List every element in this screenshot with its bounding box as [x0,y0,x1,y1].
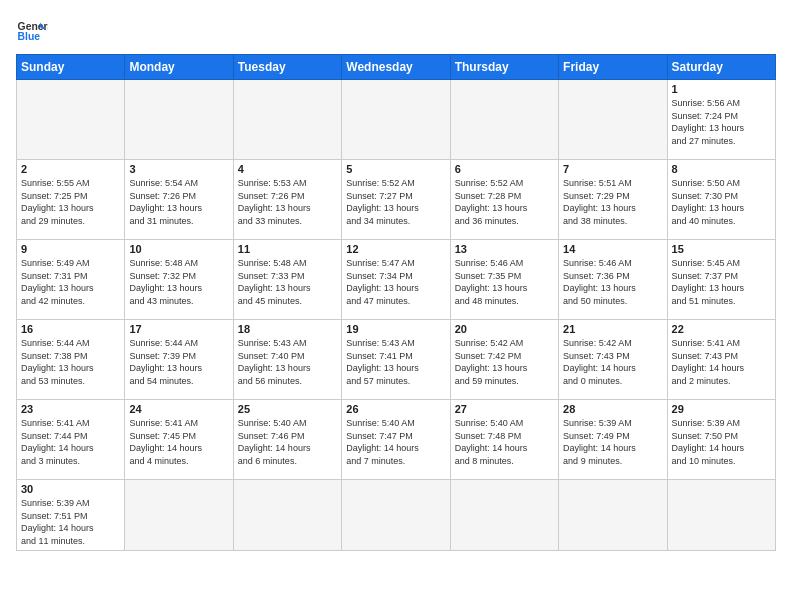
calendar-cell: 11Sunrise: 5:48 AM Sunset: 7:33 PM Dayli… [233,240,341,320]
calendar-cell: 18Sunrise: 5:43 AM Sunset: 7:40 PM Dayli… [233,320,341,400]
calendar-cell: 16Sunrise: 5:44 AM Sunset: 7:38 PM Dayli… [17,320,125,400]
calendar-cell: 27Sunrise: 5:40 AM Sunset: 7:48 PM Dayli… [450,400,558,480]
day-info: Sunrise: 5:41 AM Sunset: 7:45 PM Dayligh… [129,417,228,467]
day-info: Sunrise: 5:44 AM Sunset: 7:38 PM Dayligh… [21,337,120,387]
calendar-week-6: 30Sunrise: 5:39 AM Sunset: 7:51 PM Dayli… [17,480,776,551]
day-number: 13 [455,243,554,255]
day-number: 14 [563,243,662,255]
day-info: Sunrise: 5:41 AM Sunset: 7:44 PM Dayligh… [21,417,120,467]
calendar-cell [233,480,341,551]
calendar-cell: 28Sunrise: 5:39 AM Sunset: 7:49 PM Dayli… [559,400,667,480]
weekday-header-thursday: Thursday [450,55,558,80]
calendar-table: SundayMondayTuesdayWednesdayThursdayFrid… [16,54,776,551]
day-info: Sunrise: 5:47 AM Sunset: 7:34 PM Dayligh… [346,257,445,307]
page-header: General Blue [16,16,776,48]
day-number: 23 [21,403,120,415]
calendar-cell: 9Sunrise: 5:49 AM Sunset: 7:31 PM Daylig… [17,240,125,320]
calendar-cell: 24Sunrise: 5:41 AM Sunset: 7:45 PM Dayli… [125,400,233,480]
day-info: Sunrise: 5:40 AM Sunset: 7:46 PM Dayligh… [238,417,337,467]
day-info: Sunrise: 5:46 AM Sunset: 7:36 PM Dayligh… [563,257,662,307]
day-number: 9 [21,243,120,255]
day-number: 27 [455,403,554,415]
calendar-cell: 4Sunrise: 5:53 AM Sunset: 7:26 PM Daylig… [233,160,341,240]
calendar-week-1: 1Sunrise: 5:56 AM Sunset: 7:24 PM Daylig… [17,80,776,160]
calendar-cell [667,480,775,551]
day-number: 7 [563,163,662,175]
logo-icon: General Blue [16,16,48,48]
svg-text:Blue: Blue [18,31,41,42]
day-number: 8 [672,163,771,175]
calendar-cell: 1Sunrise: 5:56 AM Sunset: 7:24 PM Daylig… [667,80,775,160]
day-info: Sunrise: 5:39 AM Sunset: 7:51 PM Dayligh… [21,497,120,547]
day-number: 20 [455,323,554,335]
calendar-cell: 6Sunrise: 5:52 AM Sunset: 7:28 PM Daylig… [450,160,558,240]
day-number: 4 [238,163,337,175]
day-info: Sunrise: 5:53 AM Sunset: 7:26 PM Dayligh… [238,177,337,227]
calendar-cell: 17Sunrise: 5:44 AM Sunset: 7:39 PM Dayli… [125,320,233,400]
calendar-body: 1Sunrise: 5:56 AM Sunset: 7:24 PM Daylig… [17,80,776,551]
day-info: Sunrise: 5:48 AM Sunset: 7:32 PM Dayligh… [129,257,228,307]
calendar-cell: 20Sunrise: 5:42 AM Sunset: 7:42 PM Dayli… [450,320,558,400]
day-info: Sunrise: 5:42 AM Sunset: 7:43 PM Dayligh… [563,337,662,387]
day-info: Sunrise: 5:46 AM Sunset: 7:35 PM Dayligh… [455,257,554,307]
calendar-week-2: 2Sunrise: 5:55 AM Sunset: 7:25 PM Daylig… [17,160,776,240]
weekday-header-monday: Monday [125,55,233,80]
day-info: Sunrise: 5:42 AM Sunset: 7:42 PM Dayligh… [455,337,554,387]
calendar-week-5: 23Sunrise: 5:41 AM Sunset: 7:44 PM Dayli… [17,400,776,480]
day-number: 5 [346,163,445,175]
day-info: Sunrise: 5:43 AM Sunset: 7:40 PM Dayligh… [238,337,337,387]
calendar-cell [233,80,341,160]
weekday-row: SundayMondayTuesdayWednesdayThursdayFrid… [17,55,776,80]
calendar-cell: 22Sunrise: 5:41 AM Sunset: 7:43 PM Dayli… [667,320,775,400]
calendar-week-4: 16Sunrise: 5:44 AM Sunset: 7:38 PM Dayli… [17,320,776,400]
day-number: 3 [129,163,228,175]
weekday-header-wednesday: Wednesday [342,55,450,80]
day-info: Sunrise: 5:39 AM Sunset: 7:50 PM Dayligh… [672,417,771,467]
day-info: Sunrise: 5:50 AM Sunset: 7:30 PM Dayligh… [672,177,771,227]
calendar-cell [125,480,233,551]
day-info: Sunrise: 5:56 AM Sunset: 7:24 PM Dayligh… [672,97,771,147]
calendar-cell [450,80,558,160]
day-number: 1 [672,83,771,95]
day-number: 10 [129,243,228,255]
day-number: 24 [129,403,228,415]
weekday-header-tuesday: Tuesday [233,55,341,80]
calendar-cell: 13Sunrise: 5:46 AM Sunset: 7:35 PM Dayli… [450,240,558,320]
day-number: 15 [672,243,771,255]
calendar-cell: 14Sunrise: 5:46 AM Sunset: 7:36 PM Dayli… [559,240,667,320]
day-number: 28 [563,403,662,415]
day-number: 18 [238,323,337,335]
day-info: Sunrise: 5:52 AM Sunset: 7:27 PM Dayligh… [346,177,445,227]
day-number: 17 [129,323,228,335]
calendar-cell: 15Sunrise: 5:45 AM Sunset: 7:37 PM Dayli… [667,240,775,320]
day-info: Sunrise: 5:54 AM Sunset: 7:26 PM Dayligh… [129,177,228,227]
calendar-cell [17,80,125,160]
calendar-cell: 30Sunrise: 5:39 AM Sunset: 7:51 PM Dayli… [17,480,125,551]
day-info: Sunrise: 5:43 AM Sunset: 7:41 PM Dayligh… [346,337,445,387]
calendar-cell: 3Sunrise: 5:54 AM Sunset: 7:26 PM Daylig… [125,160,233,240]
weekday-header-friday: Friday [559,55,667,80]
day-number: 26 [346,403,445,415]
day-info: Sunrise: 5:51 AM Sunset: 7:29 PM Dayligh… [563,177,662,227]
day-info: Sunrise: 5:55 AM Sunset: 7:25 PM Dayligh… [21,177,120,227]
day-info: Sunrise: 5:41 AM Sunset: 7:43 PM Dayligh… [672,337,771,387]
day-number: 29 [672,403,771,415]
day-info: Sunrise: 5:49 AM Sunset: 7:31 PM Dayligh… [21,257,120,307]
day-number: 25 [238,403,337,415]
day-info: Sunrise: 5:39 AM Sunset: 7:49 PM Dayligh… [563,417,662,467]
weekday-header-sunday: Sunday [17,55,125,80]
calendar-header: SundayMondayTuesdayWednesdayThursdayFrid… [17,55,776,80]
calendar-week-3: 9Sunrise: 5:49 AM Sunset: 7:31 PM Daylig… [17,240,776,320]
calendar-cell [125,80,233,160]
day-info: Sunrise: 5:44 AM Sunset: 7:39 PM Dayligh… [129,337,228,387]
day-info: Sunrise: 5:40 AM Sunset: 7:48 PM Dayligh… [455,417,554,467]
calendar-cell: 7Sunrise: 5:51 AM Sunset: 7:29 PM Daylig… [559,160,667,240]
calendar-cell [559,80,667,160]
calendar-cell: 29Sunrise: 5:39 AM Sunset: 7:50 PM Dayli… [667,400,775,480]
weekday-header-saturday: Saturday [667,55,775,80]
calendar-cell [450,480,558,551]
day-number: 6 [455,163,554,175]
calendar-cell: 5Sunrise: 5:52 AM Sunset: 7:27 PM Daylig… [342,160,450,240]
day-info: Sunrise: 5:52 AM Sunset: 7:28 PM Dayligh… [455,177,554,227]
calendar-cell: 2Sunrise: 5:55 AM Sunset: 7:25 PM Daylig… [17,160,125,240]
